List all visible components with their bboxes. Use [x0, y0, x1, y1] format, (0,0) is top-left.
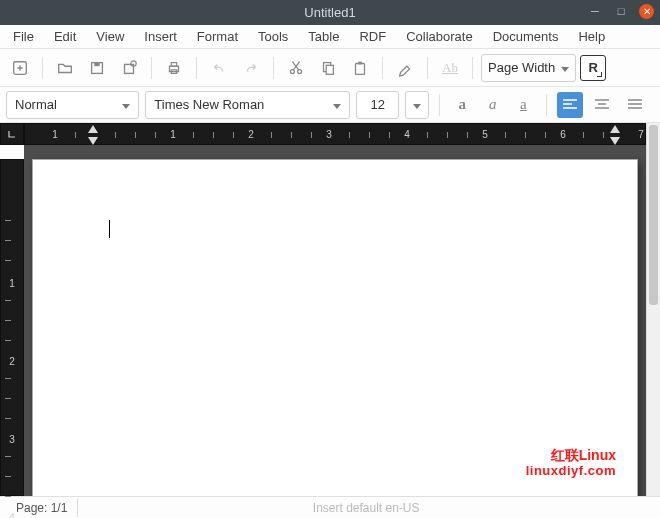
chevron-down-icon	[122, 97, 130, 112]
hruler-tick: 2	[248, 129, 254, 140]
undo-icon	[210, 59, 228, 77]
chevron-down-icon	[561, 60, 569, 75]
new-doc-button[interactable]	[6, 54, 34, 82]
new-doc-icon	[11, 59, 29, 77]
first-line-indent-marker[interactable]	[88, 125, 98, 133]
vruler-tick: 3	[1, 434, 23, 445]
format-toolbar: Normal Times New Roman 12 a a a	[0, 87, 660, 123]
align-center-icon	[594, 98, 610, 112]
menu-help[interactable]: Help	[569, 26, 614, 47]
paragraph-style-select[interactable]: Normal	[6, 91, 139, 119]
menu-collaborate[interactable]: Collaborate	[397, 26, 482, 47]
menu-file[interactable]: File	[4, 26, 43, 47]
text-cursor	[109, 220, 110, 238]
align-center-button[interactable]	[589, 92, 615, 118]
chevron-down-icon	[413, 97, 421, 112]
open-button[interactable]	[51, 54, 79, 82]
menu-table[interactable]: Table	[299, 26, 348, 47]
spellcheck-icon: Ab	[442, 60, 458, 76]
save-button[interactable]	[83, 54, 111, 82]
page[interactable]	[32, 159, 638, 496]
font-size-dropdown[interactable]	[405, 91, 429, 119]
close-button[interactable]: ✕	[639, 4, 654, 19]
svg-rect-2	[94, 62, 99, 66]
scrollbar-thumb[interactable]	[649, 125, 658, 305]
svg-rect-6	[171, 62, 176, 66]
horizontal-ruler[interactable]: 1 1 2 3 4 5 6 7	[24, 123, 646, 145]
cut-button[interactable]	[282, 54, 310, 82]
main-toolbar: Ab Page Width R	[0, 49, 660, 87]
zoom-label: Page Width	[488, 60, 555, 75]
workspace: 1 2 3 4 1 1 2 3 4 5 6 7	[0, 123, 660, 496]
chevron-down-icon	[333, 97, 341, 112]
format-painter-button[interactable]	[391, 54, 419, 82]
document-area[interactable]: 红联Linux linuxdiyf.com	[24, 145, 646, 496]
minimize-button[interactable]: ─	[587, 3, 603, 19]
align-left-button[interactable]	[557, 92, 583, 118]
undo-button[interactable]	[205, 54, 233, 82]
hruler-tick: 6	[560, 129, 566, 140]
svg-point-9	[298, 69, 302, 73]
hruler-tick: 5	[482, 129, 488, 140]
vruler-tick: 4	[1, 512, 23, 518]
export-icon	[120, 59, 138, 77]
vertical-ruler[interactable]: 1 2 3 4	[0, 159, 24, 496]
vruler-tick: 2	[1, 356, 23, 367]
status-bar: Page: 1/1 Insert default en-US	[0, 496, 660, 518]
zoom-select[interactable]: Page Width	[481, 54, 576, 82]
hruler-tick: 3	[326, 129, 332, 140]
paste-icon	[351, 59, 369, 77]
copy-icon	[319, 59, 337, 77]
spellcheck-button[interactable]: Ab	[436, 54, 464, 82]
title-bar: Untitled1 ─ □ ✕	[0, 0, 660, 25]
menu-rdf[interactable]: RDF	[350, 26, 395, 47]
left-indent-marker[interactable]	[88, 137, 98, 145]
menu-edit[interactable]: Edit	[45, 26, 85, 47]
open-icon	[56, 59, 74, 77]
maximize-button[interactable]: □	[613, 3, 629, 19]
align-right-icon	[627, 98, 643, 112]
align-left-icon	[562, 98, 578, 112]
underline-button[interactable]: a	[511, 92, 536, 118]
copy-button[interactable]	[314, 54, 342, 82]
redo-button[interactable]	[237, 54, 265, 82]
status-middle: Insert default en-US	[78, 501, 654, 515]
cut-icon	[287, 59, 305, 77]
font-size-value: 12	[370, 97, 384, 112]
print-button[interactable]	[160, 54, 188, 82]
svg-rect-13	[358, 61, 362, 64]
hruler-tick: 1	[170, 129, 176, 140]
hruler-tick: 4	[404, 129, 410, 140]
print-icon	[165, 59, 183, 77]
right-indent-marker[interactable]	[610, 137, 620, 145]
svg-rect-11	[326, 65, 333, 74]
menu-tools[interactable]: Tools	[249, 26, 297, 47]
menu-documents[interactable]: Documents	[484, 26, 568, 47]
vruler-tick: 1	[1, 278, 23, 289]
bold-button[interactable]: a	[450, 92, 475, 118]
paragraph-marks-button[interactable]: R	[580, 55, 606, 81]
save-as-button[interactable]	[115, 54, 143, 82]
menu-view[interactable]: View	[87, 26, 133, 47]
paragraph-symbol: R	[589, 60, 598, 75]
svg-point-8	[290, 69, 294, 73]
font-size-input[interactable]: 12	[356, 91, 399, 119]
menu-format[interactable]: Format	[188, 26, 247, 47]
align-right-button[interactable]	[622, 92, 648, 118]
italic-button[interactable]: a	[481, 92, 506, 118]
font-family-value: Times New Roman	[154, 97, 264, 112]
menu-bar: File Edit View Insert Format Tools Table…	[0, 25, 660, 49]
hruler-tick: 7	[638, 129, 644, 140]
save-icon	[88, 59, 106, 77]
menu-insert[interactable]: Insert	[135, 26, 186, 47]
vertical-scrollbar[interactable]	[646, 123, 660, 496]
right-indent-marker-top[interactable]	[610, 125, 620, 133]
window-title: Untitled1	[304, 5, 355, 20]
font-family-select[interactable]: Times New Roman	[145, 91, 350, 119]
brush-icon	[396, 59, 414, 77]
paste-button[interactable]	[346, 54, 374, 82]
paragraph-style-value: Normal	[15, 97, 57, 112]
ruler-corner[interactable]	[0, 123, 24, 145]
hruler-tick: 1	[52, 129, 58, 140]
svg-rect-12	[356, 63, 365, 74]
